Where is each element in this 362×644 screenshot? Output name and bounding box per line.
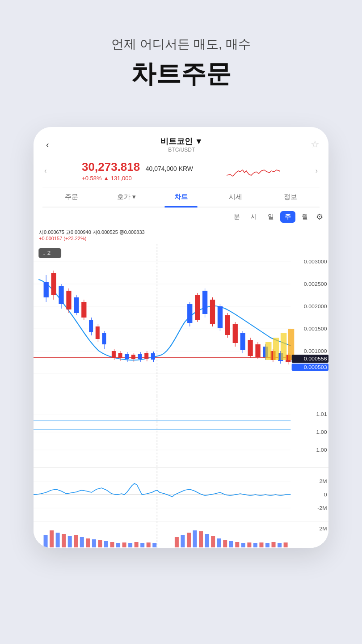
svg-text:1.01: 1.01 xyxy=(316,411,327,417)
svg-rect-134 xyxy=(241,543,245,547)
settings-icon[interactable]: ⚙ xyxy=(316,212,323,222)
svg-text:2M: 2M xyxy=(319,526,327,531)
svg-rect-120 xyxy=(140,543,144,547)
svg-rect-25 xyxy=(102,333,106,344)
price-change: +0.58% ▲ 131,000 xyxy=(82,175,193,182)
chart-toolbar: 분 시 일 주 월 ⚙ xyxy=(34,208,328,226)
svg-rect-105 xyxy=(50,530,54,547)
svg-rect-140 xyxy=(278,543,282,547)
main-tabs: 주문 호가 ▾ 차트 시세 정보 xyxy=(42,187,320,208)
tab-order[interactable]: 주문 xyxy=(44,187,99,207)
svg-rect-33 xyxy=(131,355,135,359)
svg-rect-93 xyxy=(34,468,328,521)
svg-text:2M: 2M xyxy=(319,479,327,484)
svg-rect-23 xyxy=(96,326,100,339)
tab-orderbook[interactable]: 호가 ▾ xyxy=(99,187,153,207)
svg-text:0.000503: 0.000503 xyxy=(304,364,327,370)
mini-sparkline xyxy=(227,162,280,180)
svg-rect-55 xyxy=(240,333,245,350)
svg-rect-130 xyxy=(217,538,221,547)
svg-rect-121 xyxy=(147,542,151,547)
svg-rect-69 xyxy=(273,338,279,360)
price-krw: 40,074,000 KRW xyxy=(146,165,193,172)
hero-section: 언제 어디서든 매도, 매수 차트주문 xyxy=(0,0,362,109)
favorite-button[interactable]: ☆ xyxy=(311,139,320,150)
next-button[interactable]: › xyxy=(314,167,320,175)
svg-rect-123 xyxy=(175,537,179,547)
svg-rect-35 xyxy=(138,354,142,359)
coin-pair: BTC/USDT xyxy=(168,147,195,153)
svg-rect-114 xyxy=(104,541,108,547)
svg-rect-127 xyxy=(199,531,203,547)
svg-rect-11 xyxy=(51,273,56,295)
hero-title: 차트주문 xyxy=(18,57,344,91)
svg-rect-45 xyxy=(202,291,207,314)
chart-info-bar: 시0.000675 고0.000940 저0.000525 종0.000833 … xyxy=(34,226,328,244)
candlestick-svg: ↓ 2 0.000556 0.000503 0.003000 0.002500 … xyxy=(34,244,328,396)
svg-rect-113 xyxy=(98,540,102,547)
svg-rect-19 xyxy=(81,302,86,318)
time-btn-week[interactable]: 주 xyxy=(280,211,295,223)
sub-chart-1: 1.01 1.00 1.00 xyxy=(34,396,328,467)
svg-text:-2M: -2M xyxy=(317,505,327,511)
svg-rect-129 xyxy=(211,536,215,547)
time-btn-month[interactable]: 월 xyxy=(297,211,312,223)
svg-rect-9 xyxy=(44,282,49,297)
svg-rect-136 xyxy=(253,543,257,547)
svg-rect-41 xyxy=(187,304,192,323)
prev-button[interactable]: ‹ xyxy=(42,167,48,175)
tab-market[interactable]: 시세 xyxy=(208,187,263,207)
svg-rect-39 xyxy=(151,353,155,360)
svg-rect-111 xyxy=(86,538,90,547)
svg-rect-141 xyxy=(284,542,288,547)
svg-rect-57 xyxy=(248,340,253,356)
time-btn-hour[interactable]: 시 xyxy=(246,211,261,223)
time-btn-day[interactable]: 일 xyxy=(263,211,278,223)
svg-rect-27 xyxy=(112,351,116,358)
svg-rect-43 xyxy=(195,295,200,320)
time-btn-min[interactable]: 분 xyxy=(229,211,244,223)
svg-rect-106 xyxy=(56,533,60,547)
svg-rect-128 xyxy=(205,534,209,547)
svg-text:0.003000: 0.003000 xyxy=(304,259,327,264)
svg-rect-137 xyxy=(259,542,263,547)
svg-rect-116 xyxy=(116,543,120,547)
svg-rect-21 xyxy=(89,320,93,332)
chart-ohlc: 시0.000675 고0.000940 저0.000525 종0.000833 xyxy=(39,229,323,236)
svg-rect-17 xyxy=(74,297,79,313)
svg-rect-122 xyxy=(152,543,156,547)
coin-name[interactable]: 비트코인 ▼ xyxy=(160,136,203,147)
price-info: 30,273.818 40,074,000 KRW +0.58% ▲ 131,0… xyxy=(82,160,193,182)
chart-change: +0.000157 (+23.22%) xyxy=(39,236,323,241)
coin-title: 비트코인 ▼ BTC/USDT xyxy=(160,136,203,153)
tab-chart[interactable]: 차트 xyxy=(154,187,208,207)
svg-rect-132 xyxy=(229,541,233,547)
svg-rect-53 xyxy=(233,324,238,343)
svg-text:0.001500: 0.001500 xyxy=(304,326,327,331)
svg-rect-70 xyxy=(281,333,287,360)
svg-rect-109 xyxy=(74,535,78,547)
svg-rect-104 xyxy=(44,535,48,547)
svg-rect-15 xyxy=(66,291,71,309)
svg-rect-131 xyxy=(223,540,227,547)
svg-rect-37 xyxy=(144,353,148,359)
svg-rect-59 xyxy=(255,344,260,357)
svg-text:0.001000: 0.001000 xyxy=(304,348,327,354)
phone-mockup: ‹ 비트코인 ▼ BTC/USDT ☆ ‹ 30,273.818 40,074,… xyxy=(34,127,328,548)
tab-info[interactable]: 정보 xyxy=(263,187,318,207)
nav-bar: ‹ 비트코인 ▼ BTC/USDT ☆ xyxy=(42,136,320,153)
back-button[interactable]: ‹ xyxy=(42,138,53,152)
svg-rect-107 xyxy=(62,534,66,547)
svg-text:0.002000: 0.002000 xyxy=(304,304,327,309)
svg-rect-117 xyxy=(122,542,126,547)
svg-rect-47 xyxy=(210,300,215,324)
svg-rect-119 xyxy=(135,542,139,547)
svg-rect-138 xyxy=(265,543,269,547)
svg-text:1.00: 1.00 xyxy=(316,447,327,453)
svg-rect-133 xyxy=(235,542,239,547)
svg-rect-125 xyxy=(187,533,191,547)
svg-rect-13 xyxy=(59,286,63,304)
main-chart: ↓ 2 0.000556 0.000503 0.003000 0.002500 … xyxy=(34,244,328,396)
bottom-chart: 2M xyxy=(34,521,328,548)
svg-text:0: 0 xyxy=(324,492,327,497)
